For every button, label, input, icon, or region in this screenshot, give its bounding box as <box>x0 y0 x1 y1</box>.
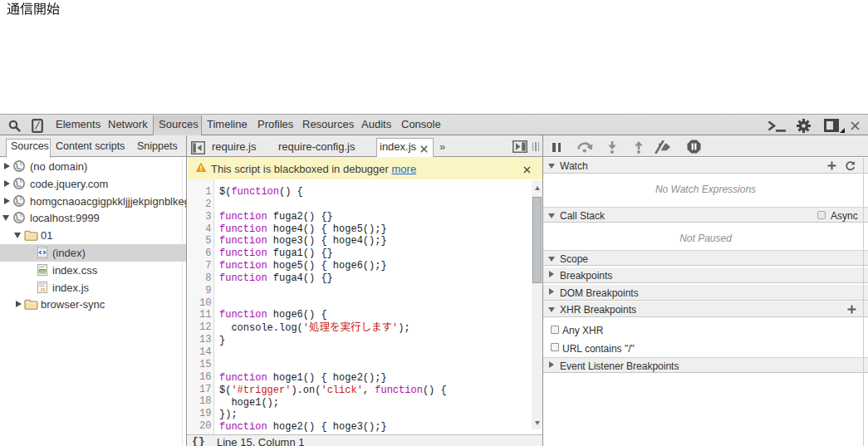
svg-text:JS: JS <box>40 287 46 292</box>
svg-text:css: css <box>40 268 47 272</box>
